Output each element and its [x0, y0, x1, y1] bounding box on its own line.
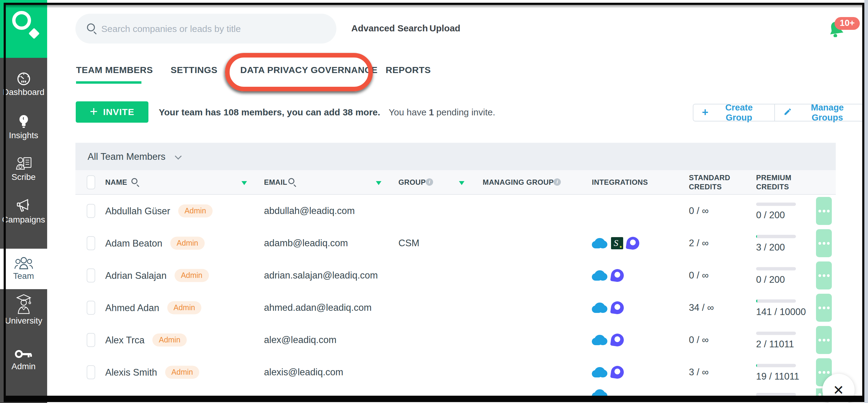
email-search-icon[interactable] — [288, 178, 294, 184]
role-badge: Admin — [167, 301, 202, 314]
table-row[interactable]: Adrian Salajan Admin adrian.salajan@lead… — [75, 259, 836, 292]
row-checkbox[interactable] — [87, 301, 95, 315]
column-email[interactable]: EMAIL — [264, 178, 287, 186]
group-sort-icon[interactable] — [459, 181, 464, 185]
member-name: Alexis Smith — [105, 367, 157, 378]
member-count-text: Your team has 108 members, you can add 3… — [159, 107, 380, 117]
column-integrations: INTEGRATIONS — [592, 178, 648, 186]
row-actions-button[interactable] — [816, 197, 832, 225]
member-name: Adrian Salajan — [105, 270, 167, 281]
notifications-count-badge[interactable]: 10+ — [835, 17, 860, 30]
invite-button[interactable]: + INVITE — [76, 102, 148, 123]
outreach-icon — [610, 268, 624, 283]
table-row[interactable]: Adam Beaton Admin adamb@leadiq.com CSM 2… — [75, 227, 836, 259]
tab-reports[interactable]: REPORTS — [385, 65, 431, 75]
member-name: Ahmed Adan — [105, 302, 159, 313]
advanced-search-link[interactable]: Advanced Search — [351, 23, 428, 33]
sidebar-item-label: University — [0, 316, 47, 326]
row-checkbox[interactable] — [87, 365, 95, 379]
member-email: alex@leadiq.com — [264, 335, 336, 345]
logo-q-icon — [12, 11, 31, 30]
close-button[interactable]: ✕ — [823, 374, 855, 403]
member-name: Alex Trca — [105, 335, 145, 345]
ellipsis-icon — [823, 210, 826, 212]
search-icon — [87, 23, 95, 31]
sidebar-item-scribe[interactable]: Scribe — [0, 156, 47, 182]
ellipsis-icon — [823, 339, 826, 342]
member-email: adrian.salajan@leadiq.com — [264, 270, 378, 281]
premium-progress-bar — [756, 267, 796, 270]
table-header: NAME EMAIL GROUP i MANAGING GROUPS i INT… — [75, 170, 836, 195]
row-checkbox[interactable] — [87, 333, 95, 347]
manage-groups-button[interactable]: Manage Groups — [775, 105, 867, 121]
tab-team-members[interactable]: TEAM MEMBERS — [76, 65, 153, 75]
sidebar-item-team[interactable]: Team — [0, 249, 47, 289]
table-row[interactable]: Alexis Smith Admin alexis@leadiq.com 3 /… — [75, 356, 836, 388]
premium-credits: 0 / 200 — [756, 274, 796, 285]
row-checkbox[interactable] — [87, 268, 95, 283]
leadiq-logo[interactable] — [0, 0, 47, 58]
select-all-checkbox[interactable] — [87, 175, 95, 189]
salesforce-icon — [592, 303, 608, 313]
row-actions-button[interactable] — [816, 261, 832, 289]
column-managing-groups[interactable]: MANAGING GROUPS — [483, 178, 559, 186]
create-group-button[interactable]: + Create Group — [693, 105, 775, 121]
standard-credits: 3 / ∞ — [689, 367, 709, 378]
sidebar-item-label: Team — [0, 271, 47, 281]
email-sort-icon[interactable] — [376, 181, 381, 185]
sidebar-item-campaigns[interactable]: Campaigns — [0, 198, 47, 225]
sidebar-item-university[interactable]: University — [0, 293, 47, 326]
column-standard-credits: STANDARDCREDITS — [689, 173, 730, 192]
dashboard-gauge-icon — [16, 71, 32, 87]
row-actions-button[interactable] — [816, 229, 832, 257]
table-row[interactable]: Abdullah Güser Admin abdullah@leadiq.com… — [75, 195, 836, 227]
premium-credits: 141 / 10000 — [756, 307, 806, 317]
role-badge: Admin — [152, 334, 187, 347]
premium-progress-bar — [756, 235, 796, 238]
premium-credits: 0 / 200 — [756, 210, 796, 221]
premium-progress-bar — [756, 393, 796, 396]
upload-link[interactable]: Upload — [429, 23, 461, 33]
group-info-icon[interactable]: i — [426, 178, 433, 186]
salesforce-icon — [592, 270, 608, 281]
row-actions-button[interactable] — [816, 294, 832, 322]
table-row[interactable]: Ahmed Adan Admin ahmed.adan@leadiq.com 3… — [75, 292, 836, 324]
name-search-icon[interactable] — [131, 178, 137, 184]
sidebar-item-label: Dashboard — [0, 87, 47, 97]
premium-progress-bar — [756, 364, 796, 367]
name-sort-icon[interactable] — [242, 181, 247, 185]
integrations — [592, 334, 624, 346]
sidebar-item-label: Insights — [0, 131, 47, 140]
sidebar-item-insights[interactable]: Insights — [0, 114, 47, 140]
table-row[interactable] — [75, 388, 836, 401]
integrations — [592, 237, 639, 250]
row-checkbox[interactable] — [87, 204, 95, 218]
tab-settings[interactable]: SETTINGS — [170, 65, 217, 75]
sidebar-item-dashboard[interactable]: Dashboard — [0, 71, 47, 97]
sidebar-item-admin[interactable]: Admin — [0, 349, 47, 371]
premium-credits: 19 / 11011 — [756, 371, 799, 382]
salesforce-icon — [592, 389, 608, 400]
row-actions-button[interactable] — [816, 326, 832, 354]
active-tab-underline — [76, 81, 142, 84]
global-search-input[interactable]: Search companies or leads by title — [75, 14, 336, 44]
salesloft-icon — [611, 237, 623, 249]
row-checkbox[interactable] — [87, 236, 95, 250]
premium-progress-bar — [756, 202, 796, 206]
member-name: Abdullah Güser — [105, 205, 170, 217]
salesforce-icon — [592, 367, 608, 377]
outreach-icon — [626, 236, 640, 250]
column-group[interactable]: GROUP — [398, 178, 426, 186]
filter-dropdown[interactable]: All Team Members — [88, 151, 165, 162]
chevron-down-icon[interactable] — [175, 153, 182, 160]
table-row[interactable]: Alex Trca Admin alex@leadiq.com 0 / ∞ 2 … — [75, 324, 836, 356]
tab-data-privacy-governance[interactable]: DATA PRIVACY GOVERNANCE — [240, 65, 378, 75]
standard-credits: 2 / ∞ — [689, 238, 709, 249]
window-edge-strip — [864, 0, 868, 403]
role-badge: Admin — [165, 366, 199, 379]
standard-credits: 0 / ∞ — [689, 335, 709, 345]
member-group: CSM — [398, 238, 420, 249]
managing-groups-info-icon[interactable]: i — [554, 178, 561, 186]
column-name[interactable]: NAME — [105, 178, 127, 186]
premium-progress-bar — [756, 332, 796, 335]
